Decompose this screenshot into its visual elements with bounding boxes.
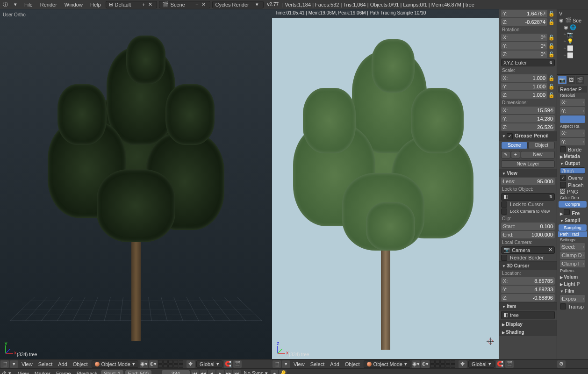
gp-edit-button[interactable]: ✎ (501, 151, 510, 158)
path-tracing-button[interactable]: Path Traci (558, 231, 587, 237)
cursor-z-field[interactable]: Z:-0.68896 (501, 294, 555, 302)
display-panel-header[interactable]: Display (499, 320, 557, 328)
gp-new-layer-button[interactable]: New Layer (501, 160, 555, 168)
gp-object-button[interactable]: Object (528, 142, 555, 149)
item-panel-header[interactable]: Item (499, 302, 557, 310)
gp-new-button[interactable]: New (521, 151, 555, 158)
lens-field[interactable]: Lens:95.000 (501, 178, 555, 185)
shading-dropdown[interactable]: ◉▾ (140, 360, 148, 368)
seed-field[interactable]: Seed: (560, 243, 585, 251)
volume-header[interactable]: Volum (558, 273, 587, 280)
render-engine-dropdown[interactable]: Cycles Render ▾ (212, 1, 264, 8)
placeholder-checkbox[interactable] (560, 182, 566, 188)
pivot-dropdown[interactable]: ⊕▾ (149, 360, 158, 368)
editor-type-icon[interactable]: ⚙ (557, 360, 566, 368)
collapse-icon[interactable]: ▾ (10, 360, 18, 368)
shading-dropdown[interactable]: ◉▾ (412, 360, 420, 368)
gp-scene-button[interactable]: Scene (501, 142, 528, 149)
lock-icon[interactable]: 🔓 (548, 75, 555, 81)
outliner-scene[interactable]: ◉ 🎬Sce (558, 17, 587, 24)
outliner-item[interactable]: ◦ ⬜ (558, 45, 587, 52)
frame-menu[interactable]: Frame (53, 371, 74, 374)
outliner-item[interactable]: ◉ 🌐 (558, 24, 587, 31)
layer-buttons[interactable] (430, 360, 458, 368)
png-label[interactable]: PNG (567, 189, 578, 194)
metadata-header[interactable]: Metada (558, 153, 587, 160)
lock-cursor-checkbox[interactable] (501, 201, 507, 208)
clamp-i-field[interactable]: Clamp I (560, 260, 585, 267)
output-path-field[interactable]: /tmp\ (560, 167, 585, 174)
res-y-field[interactable]: Y: (560, 107, 585, 115)
snap-icon[interactable]: 🧲 (496, 360, 504, 368)
render-icon[interactable]: 🎬 (505, 360, 514, 368)
add-menu[interactable]: Add (55, 361, 70, 367)
object-menu[interactable]: Object (342, 361, 363, 367)
rotation-y-field[interactable]: Y:0° (501, 42, 547, 50)
play-icon[interactable]: ▸ (216, 370, 224, 374)
rotation-x-field[interactable]: X:0° (501, 34, 547, 41)
clip-end-field[interactable]: End:1000.000 (501, 231, 555, 238)
aspect-x-field[interactable]: X: (560, 129, 585, 137)
render-icon[interactable]: 🎬 (233, 360, 242, 368)
jump-end-icon[interactable]: ⏭ (233, 370, 241, 374)
play-reverse-icon[interactable]: ◂ (208, 370, 215, 374)
layers-tab[interactable]: 🖼 (567, 76, 575, 84)
add-layout-icon[interactable]: + (141, 2, 147, 7)
mode-dropdown[interactable]: Object Mode▾ (92, 360, 138, 368)
scale-y-field[interactable]: Y:1.000 (501, 83, 547, 90)
orientation-dropdown[interactable]: Global▾ (468, 360, 495, 368)
lock-icon[interactable]: 🔓 (548, 11, 555, 17)
scene-tab[interactable]: 🎬 (576, 76, 584, 84)
collapse-icon[interactable]: ▾ (8, 370, 15, 374)
scene-dropdown[interactable]: 🎬 Scene + ✕ (159, 1, 210, 8)
menu-help[interactable]: Help (86, 2, 105, 7)
dim-z-field[interactable]: Z:26.526 (501, 123, 555, 131)
dim-y-field[interactable]: Y:14.280 (501, 115, 555, 122)
view-panel-header[interactable]: View (499, 169, 557, 177)
local-camera-dropdown[interactable]: 📷Camera✕ (501, 246, 555, 254)
lock-icon[interactable]: 🔓 (548, 35, 555, 41)
border-checkbox[interactable] (560, 146, 566, 152)
location-z-field[interactable]: Z:-0.62874 (501, 18, 547, 26)
editor-type-icon[interactable]: ⬚ (272, 360, 281, 368)
lock-icon[interactable]: 🔓 (548, 84, 555, 90)
screen-layout-dropdown[interactable]: ⊞ Default + ✕ (106, 1, 157, 8)
gp-add-button[interactable]: + (511, 151, 520, 158)
lock-icon[interactable]: 🔓 (548, 92, 555, 98)
view-menu[interactable]: View (291, 361, 308, 367)
sampling-preset[interactable]: Sampling (559, 224, 587, 231)
keying-set-icon[interactable]: 🔑 (279, 370, 287, 374)
select-menu[interactable]: Select (308, 361, 328, 367)
clear-icon[interactable]: ✕ (548, 247, 552, 253)
res-x-field[interactable]: X: (560, 99, 585, 106)
viewport-3d-left[interactable]: User Ortho x y (334) tree (0, 9, 272, 359)
collapse-icon[interactable]: ▾ (11, 0, 20, 9)
outliner-item[interactable]: ◦ 📷 (558, 31, 587, 38)
overwrite-checkbox[interactable] (560, 175, 566, 181)
sampling-header[interactable]: Sampli (558, 217, 587, 224)
outliner-item[interactable]: ◦ ⬜ (558, 52, 587, 59)
grease-pencil-header[interactable]: Grease Pencil (499, 131, 557, 141)
next-keyframe-icon[interactable]: ▸▸ (225, 370, 232, 374)
exposure-field[interactable]: Expos (560, 295, 585, 302)
render-border-checkbox[interactable] (501, 255, 507, 261)
remove-scene-icon[interactable]: ✕ (201, 1, 207, 7)
res-pct-field[interactable] (560, 115, 585, 123)
mode-dropdown[interactable]: Object Mode▾ (364, 360, 410, 368)
menu-render[interactable]: Render (36, 2, 61, 7)
playback-menu[interactable]: Playback (74, 371, 100, 374)
compress-button[interactable]: Compre (559, 201, 587, 208)
prev-keyframe-icon[interactable]: ◂◂ (200, 370, 207, 374)
jump-start-icon[interactable]: ⏮ (191, 370, 199, 374)
outliner-item[interactable]: ◦ 💡 (558, 38, 587, 45)
editor-type-icon[interactable]: ⬚ (0, 360, 9, 368)
clip-start-field[interactable]: Start:0.100 (501, 223, 555, 230)
rotation-z-field[interactable]: Z:0° (501, 50, 547, 58)
cursor-panel-header[interactable]: 3D Cursor (499, 262, 557, 270)
location-y-field[interactable]: Y:1.64767 (501, 10, 547, 17)
add-scene-icon[interactable]: + (194, 2, 201, 7)
freestyle-header[interactable]: Fre (558, 208, 587, 217)
manipulator-toggle[interactable]: ✥ (459, 360, 467, 368)
item-name-field[interactable]: ◧tree (501, 311, 555, 319)
collapse-icon[interactable]: ▾ (282, 360, 290, 368)
